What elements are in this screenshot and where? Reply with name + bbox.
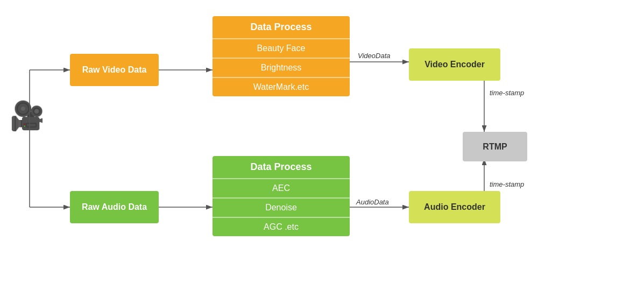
- dp-video-item-2: Brightness: [213, 58, 350, 77]
- dp-video-item-3: WaterMark.etc: [213, 77, 350, 96]
- dp-audio-title: Data Process: [213, 156, 350, 178]
- audio-data-label: AudioData: [356, 198, 389, 206]
- dp-audio-item-1: AEC: [213, 178, 350, 197]
- dp-video-title: Data Process: [213, 16, 350, 38]
- raw-audio-data-box: Raw Audio Data: [70, 191, 159, 223]
- video-data-label: VideoData: [358, 52, 390, 60]
- camera-icon: 🎥: [10, 100, 45, 132]
- diagram: 🎥 Raw Video Data: [0, 0, 644, 283]
- dp-audio-item-2: Denoise: [213, 197, 350, 217]
- timestamp-top-label: time-stamp: [490, 89, 524, 97]
- data-process-audio-box: Data Process AEC Denoise AGC .etc: [213, 156, 350, 236]
- data-process-video-box: Data Process Beauty Face Brightness Wate…: [213, 16, 350, 96]
- dp-video-item-1: Beauty Face: [213, 38, 350, 58]
- raw-video-data-box: Raw Video Data: [70, 54, 159, 86]
- rtmp-box: RTMP: [463, 132, 527, 161]
- audio-encoder-box: Audio Encoder: [409, 191, 500, 223]
- timestamp-bottom-label: time-stamp: [490, 180, 524, 188]
- dp-audio-item-3: AGC .etc: [213, 217, 350, 236]
- video-encoder-box: Video Encoder: [409, 48, 500, 81]
